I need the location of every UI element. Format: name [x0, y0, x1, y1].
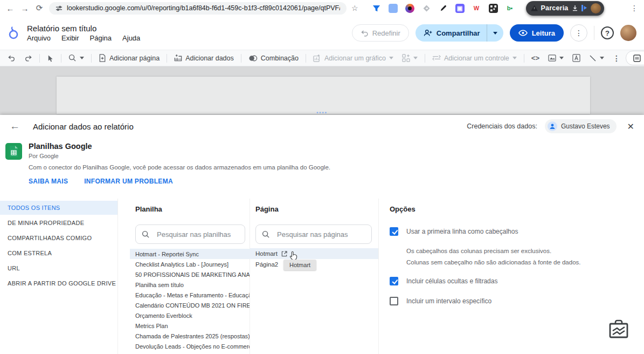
share-label: Compartilhar — [437, 29, 480, 37]
learn-more-link[interactable]: SAIBA MAIS — [29, 178, 68, 185]
spreadsheet-row[interactable]: Hotmart - Reportei Sync — [130, 249, 250, 259]
spreadsheet-row[interactable]: Orçamento Everblock — [130, 310, 250, 321]
checkbox-specific-range[interactable] — [390, 297, 398, 305]
looker-studio-logo-icon[interactable] — [6, 25, 20, 40]
pen-extension-icon[interactable] — [439, 4, 448, 13]
share-dropdown[interactable] — [487, 24, 503, 42]
connector-author: Por Google — [29, 153, 330, 159]
pause-updates-button[interactable]: Pausar atualizações — [626, 51, 644, 65]
report-page[interactable] — [57, 77, 590, 114]
browser-toolbar: ← → ⟳ lookerstudio.google.com/u/0/report… — [0, 0, 644, 16]
option-use-first-row[interactable]: Usar a primeira linha como cabeçalhos — [390, 227, 644, 236]
funnel-extension-icon[interactable] — [372, 4, 381, 13]
spreadsheet-row[interactable]: Checklist Analytics Lab - [Journeys] — [130, 259, 250, 269]
checkbox-use-first-row[interactable] — [390, 227, 398, 236]
page-search-input[interactable] — [276, 230, 365, 239]
menu-ajuda[interactable]: Ajuda — [122, 34, 140, 42]
spreadsheet-search[interactable] — [135, 224, 245, 244]
toolbar-divider — [524, 54, 524, 63]
add-chart-button[interactable]: Adicionar um gráfico — [310, 54, 397, 62]
blue-square-extension-icon[interactable] — [389, 4, 398, 13]
sidebar-item-com-estrela[interactable]: COM ESTRELA — [0, 246, 117, 260]
menu-arquivo[interactable]: Arquivo — [27, 34, 51, 42]
picker-content: TODOS OS ITENS DE MINHA PROPRIEDADE COMP… — [0, 199, 644, 354]
spreadsheet-row[interactable]: Metrics Plan — [130, 321, 250, 331]
add-image-button[interactable] — [545, 55, 567, 62]
add-line-button[interactable] — [586, 55, 607, 62]
download-icon[interactable] — [572, 5, 578, 11]
blend-label: Combinação — [261, 55, 299, 62]
page-search[interactable] — [255, 224, 372, 244]
add-page-button[interactable]: Adicionar página — [95, 54, 163, 62]
option-specific-range[interactable]: Incluir um intervalo específico — [390, 297, 644, 305]
menu-pagina[interactable]: Página — [90, 34, 112, 42]
spreadsheet-row[interactable]: Chamada de Palestrantes 2025 (respostas) — [130, 331, 250, 341]
sidebar-item-google-drive[interactable]: ABRIR A PARTIR DO GOOGLE DRIVE — [0, 276, 117, 290]
spreadsheet-search-input[interactable] — [156, 230, 239, 239]
chrome-profile-chip[interactable]: Parceria — [526, 1, 604, 16]
option-include-hidden-cells[interactable]: Incluir células ocultas e filtradas — [390, 277, 644, 285]
select-cursor-button[interactable] — [44, 55, 57, 62]
spreadsheet-row[interactable]: Planilha sem título — [130, 280, 250, 290]
report-problem-link[interactable]: INFORMAR UM PROBLEMA — [84, 178, 173, 185]
spreadsheet-row[interactable]: Educação - Metas e Faturamento - Educaçã… — [130, 290, 250, 300]
add-data-button[interactable]: Adicionar dados — [171, 54, 237, 62]
add-data-panel: ← Adicionar dados ao relatório Credencia… — [0, 115, 644, 354]
back-arrow-icon[interactable]: ← — [10, 120, 20, 132]
credentials-chip[interactable]: Gustavo Esteves — [545, 119, 617, 133]
menu-exibir[interactable]: Exibir — [61, 34, 79, 42]
page-row-hotmart[interactable]: Hotmart — [250, 248, 378, 259]
site-settings-icon[interactable] — [56, 5, 63, 12]
diamond-arrow-extension-icon[interactable] — [422, 4, 431, 13]
search-icon — [142, 230, 150, 239]
purple-extension-icon[interactable]: ▣ — [455, 4, 465, 13]
embed-code-button[interactable]: <> — [528, 54, 543, 62]
sidebar-item-compartilhadas-comigo[interactable]: COMPARTILHADAS COMIGO — [0, 231, 117, 245]
w-extension-icon[interactable]: W — [472, 4, 481, 13]
add-community-chart-button[interactable] — [399, 54, 421, 62]
qr-extension-icon[interactable] — [489, 4, 498, 13]
be-extension-icon[interactable]: b▪ — [505, 4, 515, 13]
browser-menu-icon[interactable]: ⋮ — [631, 4, 639, 12]
browser-reload-icon[interactable]: ⟳ — [34, 3, 44, 13]
checkbox-include-hidden-cells[interactable] — [390, 277, 398, 285]
reset-button[interactable]: Redefinir — [352, 24, 409, 42]
close-icon[interactable]: ✕ — [627, 121, 634, 132]
blend-button[interactable]: Combinação — [245, 55, 302, 62]
options-helper-text: Os cabeçalhos das colunas precisam ser e… — [406, 248, 644, 254]
add-control-button[interactable]: Adicionar um controle — [429, 55, 520, 62]
undo-button[interactable] — [4, 55, 19, 62]
redo-button[interactable] — [21, 55, 36, 62]
spreadsheet-list: Hotmart - Reportei Sync Checklist Analyt… — [130, 249, 250, 351]
camera-extension-icon[interactable] — [405, 4, 414, 13]
help-icon[interactable]: ? — [601, 26, 614, 39]
page-column-header: Página — [255, 205, 378, 213]
open-external-icon[interactable] — [281, 251, 287, 257]
add-text-button[interactable] — [569, 54, 584, 62]
browser-forward-icon[interactable]: → — [20, 4, 30, 13]
toolbar-divider — [61, 54, 61, 63]
bookmark-star-icon[interactable]: ☆ — [351, 4, 358, 12]
more-options-button[interactable]: ⋮ — [570, 24, 587, 42]
sidebar-item-todos-os-itens[interactable]: TODOS OS ITENS — [0, 201, 117, 215]
view-mode-button[interactable]: Leitura — [510, 24, 564, 42]
flag-icon[interactable] — [581, 5, 587, 11]
user-avatar[interactable] — [620, 25, 636, 41]
add-control-label: Adicionar um controle — [444, 55, 509, 62]
share-button[interactable]: Compartilhar — [416, 24, 503, 42]
toolbar-divider — [425, 54, 425, 63]
report-title-block: Relatório sem título Arquivo Exibir Pági… — [27, 24, 140, 42]
browser-back-icon[interactable]: ← — [5, 4, 15, 13]
sidebar-item-url[interactable]: URL — [0, 261, 117, 275]
spreadsheet-row[interactable]: 50 PROFISSIONAIS DE MARKETING ANALY.. — [130, 269, 250, 280]
person-icon — [548, 121, 557, 131]
zoom-tool-button[interactable] — [65, 54, 87, 62]
spreadsheet-row[interactable]: Calendário CONTEÚDO MB 2021 ON FIRE (a.. — [130, 300, 250, 310]
spreadsheet-row[interactable]: Devolução Leads - Objeções no E-commerc.… — [130, 341, 250, 351]
options-header: Opções — [390, 205, 644, 213]
toolbar-overflow-button[interactable]: ⋮ — [610, 54, 624, 63]
address-bar[interactable]: lookerstudio.google.com/u/0/reporting/b1… — [49, 2, 347, 15]
sidebar-item-de-minha-propriedade[interactable]: DE MINHA PROPRIEDADE — [0, 216, 117, 230]
report-title[interactable]: Relatório sem título — [27, 24, 140, 33]
url-text[interactable]: lookerstudio.google.com/u/0/reporting/b1… — [67, 4, 340, 12]
